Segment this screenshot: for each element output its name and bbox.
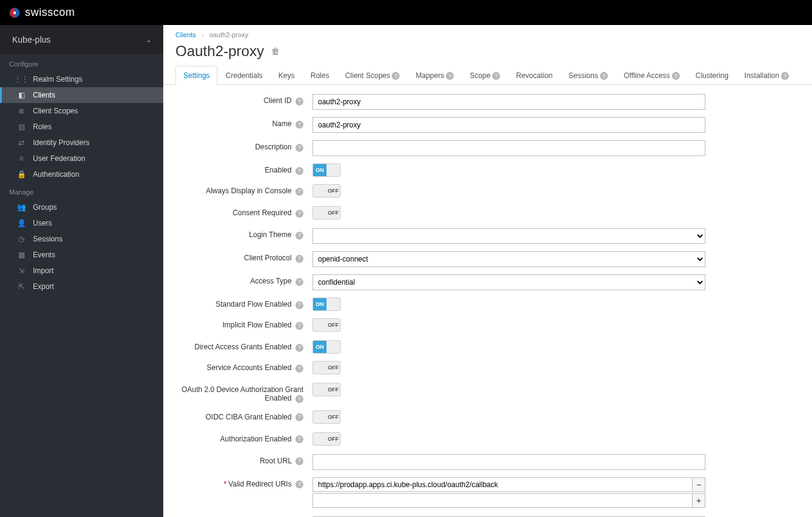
breadcrumb-clients-link[interactable]: Clients xyxy=(175,31,196,38)
sidebar-item-groups[interactable]: 👥Groups xyxy=(0,199,163,215)
login-theme-select[interactable] xyxy=(312,228,705,244)
label-direct-access-grants-enabled: Direct Access Grants Enabled ? xyxy=(175,340,312,351)
realm-selector[interactable]: Kube-plus ⌄ xyxy=(0,25,163,54)
sidebar-item-export[interactable]: ⇱Export xyxy=(0,279,163,294)
tab-mappers[interactable]: Mappers? xyxy=(408,66,462,85)
name-input[interactable] xyxy=(312,117,705,133)
redirect-uri-remove-button[interactable]: − xyxy=(692,477,705,492)
label-enabled: Enabled ? xyxy=(175,163,312,174)
tab-revocation[interactable]: Revocation xyxy=(508,66,560,85)
standard-flow-toggle[interactable]: ON xyxy=(312,298,341,311)
tab-credentials[interactable]: Credentials xyxy=(217,66,270,85)
sidebar-item-sessions[interactable]: ◷Sessions xyxy=(0,231,163,247)
tabs: SettingsCredentialsKeysRolesClient Scope… xyxy=(163,66,812,85)
help-icon[interactable]: ? xyxy=(295,144,303,152)
export-icon: ⇱ xyxy=(17,282,26,291)
help-icon[interactable]: ? xyxy=(295,255,303,263)
list-icon: ≣ xyxy=(17,107,26,115)
brand[interactable]: swisscom xyxy=(9,6,75,19)
tab-client-scopes[interactable]: Client Scopes? xyxy=(337,66,408,85)
tab-keys[interactable]: Keys xyxy=(270,66,303,85)
consent-toggle[interactable]: OFF xyxy=(312,206,341,219)
device-auth-toggle[interactable]: OFF xyxy=(312,383,341,396)
redirect-uri-input[interactable] xyxy=(312,477,693,492)
file-icon: ▤ xyxy=(17,123,26,131)
label-oidc-ciba-grant-enabled: OIDC CIBA Grant Enabled ? xyxy=(175,410,312,421)
help-icon[interactable]: ? xyxy=(295,457,303,465)
section-manage: Manage xyxy=(0,182,163,199)
import-icon: ⇲ xyxy=(17,266,26,275)
tab-roles[interactable]: Roles xyxy=(303,66,337,85)
help-icon[interactable]: ? xyxy=(295,365,303,373)
description-input[interactable] xyxy=(312,140,705,156)
breadcrumb-current: oauth2-proxy xyxy=(209,31,248,38)
sidebar-item-authentication[interactable]: 🔒Authentication xyxy=(0,166,163,182)
protocol-select[interactable]: openid-connect xyxy=(312,251,705,267)
implicit-flow-toggle[interactable]: OFF xyxy=(312,318,341,332)
help-icon[interactable]: ? xyxy=(295,121,303,129)
help-icon[interactable]: ? xyxy=(295,413,303,421)
help-icon[interactable]: ? xyxy=(295,98,303,105)
help-icon[interactable]: ? xyxy=(295,480,303,488)
brand-text: swisscom xyxy=(25,6,75,19)
direct-access-toggle[interactable]: ON xyxy=(312,340,341,354)
sidebar-item-roles[interactable]: ▤Roles xyxy=(0,119,163,135)
sidebar-item-import[interactable]: ⇲Import xyxy=(0,263,163,279)
help-icon: ? xyxy=(446,72,454,80)
tab-installation[interactable]: Installation? xyxy=(736,66,797,85)
section-configure: Configure xyxy=(0,54,163,71)
tab-settings[interactable]: Settings xyxy=(175,66,217,85)
calendar-icon: ▦ xyxy=(17,251,26,259)
chevron-down-icon: ⌄ xyxy=(146,37,151,43)
help-icon[interactable]: ? xyxy=(295,435,303,443)
ciba-toggle[interactable]: OFF xyxy=(312,410,341,424)
help-icon[interactable]: ? xyxy=(295,210,303,218)
help-icon[interactable]: ? xyxy=(295,322,303,330)
help-icon[interactable]: ? xyxy=(295,344,303,352)
help-icon: ? xyxy=(392,72,400,80)
label-service-accounts-enabled: Service Accounts Enabled ? xyxy=(175,361,312,372)
sidebar-item-user-federation[interactable]: ≡User Federation xyxy=(0,151,163,166)
help-icon[interactable]: ? xyxy=(295,278,303,286)
label-client-protocol: Client Protocol ? xyxy=(175,251,312,262)
sidebar-item-realm-settings[interactable]: ⋮⋮Realm Settings xyxy=(0,71,163,87)
database-icon: ≡ xyxy=(17,154,26,163)
label-implicit-flow-enabled: Implicit Flow Enabled ? xyxy=(175,318,312,329)
sidebar-item-clients[interactable]: ◧Clients xyxy=(0,87,163,103)
help-icon[interactable]: ? xyxy=(295,232,303,240)
tab-offline-access[interactable]: Offline Access? xyxy=(616,66,688,85)
help-icon[interactable]: ? xyxy=(295,395,303,403)
sidebar-item-users[interactable]: 👤Users xyxy=(0,215,163,231)
service-accounts-toggle[interactable]: OFF xyxy=(312,361,341,374)
cube-icon: ◧ xyxy=(17,91,26,99)
root-url-input[interactable] xyxy=(312,454,705,470)
enabled-toggle[interactable]: ON xyxy=(312,163,341,177)
help-icon: ? xyxy=(781,72,789,80)
tab-sessions[interactable]: Sessions? xyxy=(560,66,616,85)
clock-icon: ◷ xyxy=(17,235,26,243)
user-icon: 👤 xyxy=(17,219,26,227)
label-valid-redirect-uris: *Valid Redirect URIs ? xyxy=(175,477,312,488)
settings-form: Client ID ?Name ?Description ?Enabled ?O… xyxy=(163,85,812,517)
sidebar-item-client-scopes[interactable]: ≣Client Scopes xyxy=(0,103,163,119)
redirect-uri-add-button[interactable]: + xyxy=(692,493,705,508)
label-client-id: Client ID ? xyxy=(175,94,312,105)
sliders-icon: ⋮⋮ xyxy=(17,75,26,84)
client-id-input[interactable] xyxy=(312,94,705,110)
access-type-select[interactable]: confidential xyxy=(312,274,705,290)
tab-clustering[interactable]: Clustering xyxy=(688,66,736,85)
authz-toggle[interactable]: OFF xyxy=(312,432,341,446)
tab-scope[interactable]: Scope? xyxy=(462,66,508,85)
brand-logo-icon xyxy=(9,7,20,18)
help-icon[interactable]: ? xyxy=(295,167,303,175)
help-icon[interactable]: ? xyxy=(295,188,303,196)
always-display-toggle[interactable]: OFF xyxy=(312,184,341,198)
redirect-uri-input-new[interactable] xyxy=(312,493,693,508)
breadcrumb-separator: › xyxy=(202,31,204,38)
delete-icon[interactable]: 🗑 xyxy=(271,46,280,56)
sidebar: Kube-plus ⌄ Configure ⋮⋮Realm Settings ◧… xyxy=(0,25,163,517)
breadcrumb: Clients › oauth2-proxy xyxy=(163,25,812,41)
sidebar-item-identity-providers[interactable]: ⇄Identity Providers xyxy=(0,135,163,151)
help-icon[interactable]: ? xyxy=(295,301,303,309)
sidebar-item-events[interactable]: ▦Events xyxy=(0,247,163,263)
